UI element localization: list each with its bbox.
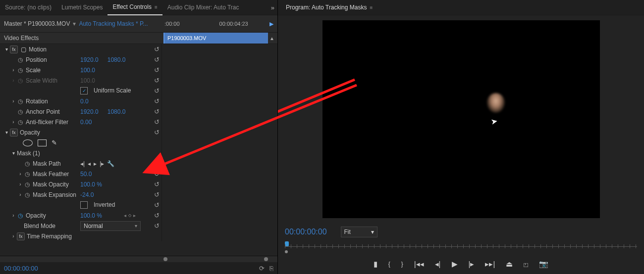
mark-in-button[interactable]: {	[388, 261, 390, 268]
add-kf-icon[interactable]: ◇	[128, 213, 131, 218]
add-marker-button[interactable]: ▮	[374, 260, 377, 269]
reset-icon[interactable]: ↺	[154, 56, 160, 63]
stopwatch-icon[interactable]: ◷	[24, 181, 31, 188]
stopwatch-icon[interactable]: ◷	[17, 119, 24, 126]
anchor-y[interactable]: 1080.0	[107, 108, 126, 115]
transform-icon[interactable]: ▢	[20, 46, 27, 53]
uniform-scale-checkbox[interactable]	[80, 87, 88, 94]
go-to-out-button[interactable]: ▸▸|	[485, 260, 495, 269]
lift-button[interactable]: ⏏	[506, 260, 513, 269]
play-button[interactable]: ▶	[452, 260, 458, 269]
mark-out-button[interactable]: }	[401, 261, 403, 268]
antiflicker-value[interactable]: 0.00	[80, 119, 92, 126]
prev-kf-icon[interactable]: ◂	[124, 213, 126, 218]
reset-icon[interactable]: ↺	[154, 181, 160, 188]
reset-icon[interactable]: ↺	[154, 129, 160, 136]
pen-mask-button[interactable]: ✎	[52, 139, 57, 146]
mask-opacity-value[interactable]: 100.0 %	[80, 181, 102, 188]
reset-icon[interactable]: ↺	[154, 108, 160, 115]
reset-icon[interactable]: ↺	[154, 66, 160, 74]
stopwatch-icon[interactable]: ◷	[17, 212, 24, 219]
track-settings-icon[interactable]: 🔧	[107, 160, 114, 167]
position-x[interactable]: 1920.0	[80, 56, 99, 63]
reset-icon[interactable]: ↺	[154, 46, 160, 53]
tab-effect-controls[interactable]: Effect Controls ≡	[107, 0, 162, 15]
track-fwd-one-icon[interactable]: |▸	[100, 160, 104, 167]
tab-audio-mixer[interactable]: Audio Clip Mixer: Auto Trac	[162, 0, 244, 15]
ellipse-mask-button[interactable]	[23, 139, 33, 146]
program-time-ruler[interactable]	[278, 241, 644, 254]
sequence-link[interactable]: Auto Tracking Masks * P...	[79, 20, 148, 27]
expand-icon[interactable]: ▾	[10, 150, 17, 156]
export-frame-button[interactable]: 📷	[539, 260, 548, 269]
section-time-remap[interactable]: › fx Time Remapping	[0, 231, 161, 241]
expand-icon[interactable]: ▾	[3, 130, 10, 135]
extract-button[interactable]: ⏍	[524, 260, 528, 269]
mask-expansion-value[interactable]: -24.0	[80, 191, 94, 198]
master-menu-icon[interactable]: ▾	[70, 20, 79, 27]
mask-feather-value[interactable]: 50.0	[80, 171, 92, 178]
stopwatch-icon[interactable]: ◷	[17, 56, 24, 63]
track-fwd-icon[interactable]: ▸	[94, 160, 97, 167]
reset-icon[interactable]: ↺	[154, 212, 160, 219]
tab-program[interactable]: Program: Auto Tracking Masks ≡	[281, 0, 377, 15]
panel-menu-icon[interactable]: ≡	[155, 4, 158, 10]
reset-icon[interactable]: ↺	[154, 118, 160, 126]
rect-mask-button[interactable]	[38, 139, 47, 146]
step-back-button[interactable]: ◂|	[435, 260, 441, 269]
expand-icon[interactable]: ›	[10, 98, 17, 104]
reset-icon[interactable]: ↺	[154, 160, 160, 167]
expand-icon[interactable]: ›	[10, 233, 17, 239]
scrub-handle[interactable]	[285, 250, 288, 253]
reset-icon[interactable]: ↺	[154, 170, 160, 178]
loop-icon[interactable]: ⟳	[259, 265, 265, 272]
program-monitor[interactable]: ➤	[322, 20, 600, 218]
next-kf-icon[interactable]: ▸	[133, 213, 136, 218]
inverted-checkbox[interactable]	[80, 201, 88, 209]
stopwatch-icon[interactable]: ◷	[17, 98, 24, 105]
reset-icon[interactable]: ↺	[154, 222, 160, 229]
opacity-value[interactable]: 100.0 %	[80, 212, 102, 219]
reset-icon[interactable]: ↺	[154, 77, 160, 84]
rotation-value[interactable]: 0.0	[80, 98, 89, 105]
step-forward-button[interactable]: |▸	[469, 260, 475, 269]
fx-badge-icon[interactable]: fx	[10, 129, 18, 137]
expand-icon[interactable]: ›	[17, 182, 24, 187]
reset-icon[interactable]: ↺	[154, 97, 160, 105]
track-back-one-icon[interactable]: ◂|	[80, 160, 85, 167]
tab-lumetri[interactable]: Lumetri Scopes	[56, 0, 107, 15]
section-motion[interactable]: ▾ fx ▢ Motion ↺	[0, 44, 161, 54]
tab-source[interactable]: Source: (no clips)	[0, 0, 56, 15]
section-mask1[interactable]: ▾ Mask (1)	[0, 148, 161, 158]
clip-bar[interactable]: P1900003.MOV	[163, 33, 268, 44]
stopwatch-icon[interactable]: ◷	[17, 67, 24, 74]
blend-mode-select[interactable]: Normal▾	[80, 221, 141, 231]
zoom-fit-select[interactable]: Fit▾	[341, 227, 377, 237]
section-opacity[interactable]: ▾ fx Opacity ↺	[0, 127, 161, 137]
fx-badge-icon[interactable]: fx	[17, 232, 25, 240]
scroll-up-icon[interactable]: ▲	[269, 36, 274, 41]
stopwatch-icon[interactable]: ◷	[24, 171, 31, 178]
position-y[interactable]: 1080.0	[107, 56, 126, 63]
reset-icon[interactable]: ↺	[154, 191, 160, 198]
expand-icon[interactable]: ›	[10, 119, 17, 125]
mini-timeline-scrollbar[interactable]	[0, 256, 277, 262]
stopwatch-icon[interactable]: ◷	[17, 108, 24, 115]
expand-icon[interactable]: ›	[17, 171, 24, 177]
track-back-icon[interactable]: ◂	[88, 160, 91, 167]
fx-badge-icon[interactable]: fx	[10, 46, 18, 53]
expand-icon[interactable]: ›	[10, 213, 17, 218]
expand-icon[interactable]: ›	[17, 192, 24, 197]
stopwatch-icon[interactable]: ◷	[24, 191, 31, 198]
program-timecode[interactable]: 00:00:00:00	[285, 228, 327, 236]
reset-icon[interactable]: ↺	[154, 201, 160, 209]
scale-value[interactable]: 100.0	[80, 67, 95, 74]
expand-icon[interactable]: ▾	[3, 46, 10, 52]
reset-icon[interactable]: ↺	[154, 87, 160, 94]
timecode[interactable]: 00:00:00:00	[4, 265, 38, 272]
anchor-x[interactable]: 1920.0	[80, 108, 99, 115]
expand-icon[interactable]: ›	[10, 67, 17, 73]
go-to-in-button[interactable]: |◂◂	[414, 260, 424, 269]
panel-menu-icon[interactable]: ≡	[370, 5, 373, 10]
export-icon[interactable]: ⎘	[269, 265, 273, 272]
